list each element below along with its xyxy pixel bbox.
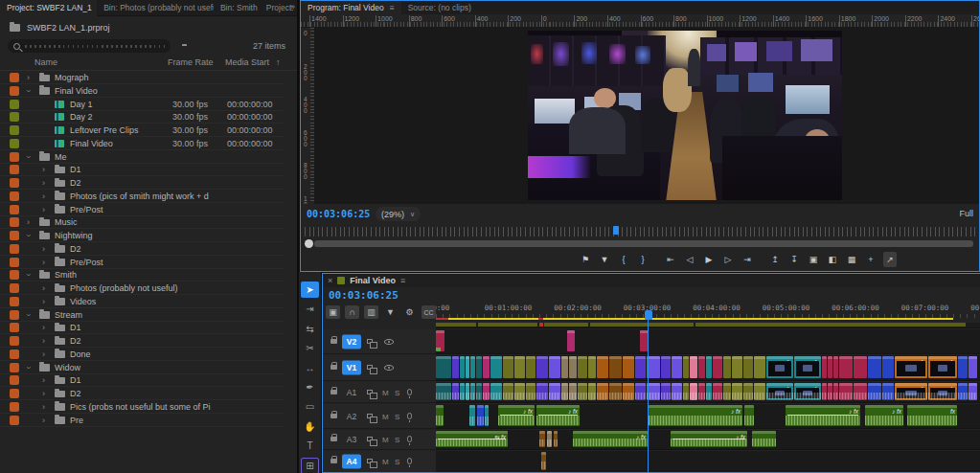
selection-tool[interactable]: ➤ bbox=[301, 282, 319, 298]
timeline-clip[interactable] bbox=[539, 431, 545, 447]
timeline-clip[interactable] bbox=[588, 383, 596, 400]
timeline-clip[interactable] bbox=[672, 356, 682, 378]
bin-row-photos-pics-of-smith-might-work-d[interactable]: ›Photos (pics of smith might work + d bbox=[0, 190, 284, 203]
bin-row-mograph[interactable]: ›Mograph bbox=[0, 71, 284, 84]
multi-camera-icon[interactable]: ▦ bbox=[845, 252, 858, 267]
timeline-clip[interactable] bbox=[436, 383, 451, 400]
add-marker-icon[interactable]: ▼ bbox=[383, 305, 398, 319]
bin-row-photos-probably-not-useful-[interactable]: ›Photos (probably not useful) bbox=[0, 282, 284, 295]
timeline-clip[interactable] bbox=[698, 356, 705, 378]
timeline-clip[interactable] bbox=[466, 383, 469, 400]
timeline-clip[interactable] bbox=[647, 383, 660, 400]
timeline-clip[interactable] bbox=[503, 356, 513, 378]
timeline-clip[interactable] bbox=[476, 356, 482, 378]
add-marker-icon[interactable]: ⚑ bbox=[579, 252, 592, 267]
voiceover-record-icon[interactable] bbox=[407, 413, 412, 419]
timeline-clip[interactable]: fx bbox=[928, 356, 957, 378]
chevron-right-icon[interactable]: › bbox=[42, 400, 45, 414]
program-mini-timeline[interactable] bbox=[305, 227, 975, 236]
label-color-chip[interactable] bbox=[10, 310, 19, 320]
timeline-clip[interactable] bbox=[541, 452, 546, 470]
nest-toggle-icon[interactable]: ▣ bbox=[326, 305, 340, 319]
bin-row-videos[interactable]: ›Videos bbox=[0, 295, 284, 308]
track-name-v2[interactable]: V2 bbox=[342, 334, 361, 349]
chevron-right-icon[interactable]: › bbox=[42, 256, 45, 269]
label-color-chip[interactable] bbox=[10, 100, 19, 109]
mute-button[interactable]: M bbox=[382, 458, 389, 466]
timeline-clip[interactable] bbox=[561, 383, 568, 400]
bin-row-pre[interactable]: ›Pre bbox=[0, 414, 284, 427]
timeline-clip[interactable] bbox=[723, 383, 731, 400]
timeline-clip[interactable] bbox=[590, 323, 694, 327]
voiceover-record-icon[interactable] bbox=[407, 436, 412, 442]
label-color-chip[interactable] bbox=[10, 258, 19, 267]
label-color-chip[interactable] bbox=[10, 416, 19, 425]
export-icon[interactable]: ↗ bbox=[883, 252, 897, 267]
timeline-clip[interactable] bbox=[723, 356, 731, 378]
timeline-clip[interactable] bbox=[868, 356, 881, 378]
sync-lock-icon[interactable] bbox=[367, 437, 373, 441]
column-frame-rate[interactable]: Frame Rate bbox=[168, 57, 214, 67]
lock-icon[interactable] bbox=[330, 437, 337, 441]
chevron-right-icon[interactable]: › bbox=[42, 282, 45, 295]
timeline-clip[interactable] bbox=[833, 356, 838, 378]
mark-in-icon[interactable]: { bbox=[617, 252, 630, 267]
program-scrollbar-knob[interactable] bbox=[305, 239, 313, 248]
timeline-clip[interactable] bbox=[514, 383, 525, 400]
timeline-clip[interactable] bbox=[460, 356, 465, 378]
program-mini-playhead[interactable] bbox=[613, 226, 619, 235]
timeline-clip[interactable]: fx bbox=[907, 405, 957, 426]
timeline-clip[interactable] bbox=[547, 431, 552, 447]
timeline-settings-wrench-icon[interactable]: ⚙ bbox=[402, 305, 417, 319]
timeline-clip[interactable] bbox=[483, 383, 490, 400]
timeline-clip[interactable] bbox=[969, 383, 977, 400]
mute-button[interactable]: M bbox=[382, 388, 389, 396]
label-color-chip[interactable] bbox=[10, 231, 19, 240]
timeline-clip[interactable]: ♪ fx bbox=[649, 405, 742, 426]
timeline-clip[interactable] bbox=[503, 383, 513, 400]
timeline-clip[interactable] bbox=[554, 431, 558, 447]
timeline-clip[interactable] bbox=[470, 383, 475, 400]
timeline-timecode[interactable]: 00:03:06:25 bbox=[329, 289, 399, 302]
object-selection-tool[interactable]: ⊞ bbox=[301, 458, 319, 473]
track-select-forward-tool[interactable]: ⇥ bbox=[301, 301, 319, 317]
timeline-clip[interactable] bbox=[706, 383, 712, 400]
label-color-chip[interactable] bbox=[10, 244, 19, 254]
timeline-clip[interactable] bbox=[754, 383, 765, 400]
timeline-clip[interactable] bbox=[743, 383, 753, 400]
bin-row-smith[interactable]: ›Smith bbox=[0, 268, 284, 282]
timeline-clip[interactable] bbox=[752, 431, 776, 447]
go-to-in-icon[interactable]: ⇤ bbox=[664, 252, 677, 267]
timeline-clip[interactable] bbox=[609, 356, 622, 378]
label-color-chip[interactable] bbox=[10, 86, 19, 96]
bin-row-day-2[interactable]: Day 230.00 fps00:00:00:00 bbox=[0, 110, 284, 124]
bin-row-final-video[interactable]: Final Video30.00 fps00:00:00:00 bbox=[0, 137, 284, 150]
extract-icon[interactable]: ↧ bbox=[787, 252, 801, 267]
chevron-right-icon[interactable]: › bbox=[42, 190, 45, 203]
track-name-a1[interactable]: A1 bbox=[342, 385, 361, 399]
bin-row-final-video[interactable]: ›Final Video bbox=[0, 84, 284, 98]
program-scrollbar[interactable] bbox=[314, 240, 973, 247]
bin-row-d2[interactable]: ›D2 bbox=[0, 176, 284, 190]
bin-row-d2[interactable]: ›D2 bbox=[0, 242, 284, 256]
bin-row-stream[interactable]: ›Stream bbox=[0, 308, 284, 322]
timeline-clip[interactable] bbox=[868, 383, 881, 400]
chevron-down-icon[interactable]: › bbox=[22, 89, 35, 92]
label-color-chip[interactable] bbox=[10, 375, 19, 385]
timeline-clip[interactable] bbox=[597, 383, 608, 400]
timeline-clip[interactable] bbox=[526, 356, 536, 378]
timeline-clip[interactable] bbox=[436, 330, 444, 351]
label-color-chip[interactable] bbox=[10, 152, 19, 162]
timeline-tab[interactable]: × Final Video ≡ bbox=[323, 274, 980, 287]
timeline-clip[interactable] bbox=[436, 323, 476, 327]
timeline-clip[interactable] bbox=[683, 383, 689, 400]
chevron-down-icon[interactable]: › bbox=[22, 235, 35, 237]
program-timecode[interactable]: 00:03:06:25 bbox=[307, 209, 370, 219]
timeline-clip[interactable] bbox=[828, 383, 832, 400]
sync-lock-icon[interactable] bbox=[367, 459, 373, 463]
volume-rubber-band[interactable] bbox=[787, 415, 858, 416]
timeline-clip[interactable] bbox=[477, 405, 484, 426]
timeline-clip[interactable] bbox=[485, 405, 489, 426]
hand-tool[interactable]: ✋ bbox=[301, 418, 319, 435]
solo-button[interactable]: S bbox=[395, 458, 399, 466]
